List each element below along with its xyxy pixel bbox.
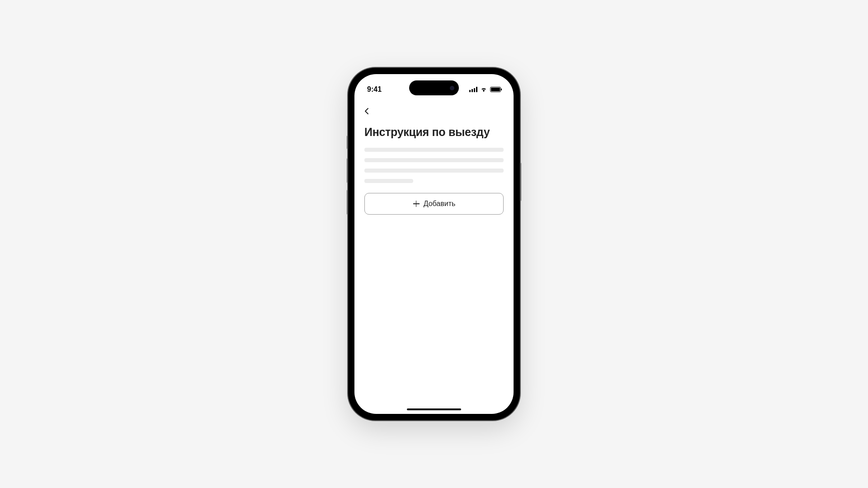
phone-volume-up — [347, 158, 348, 183]
phone-power-button — [520, 163, 521, 201]
plus-icon — [413, 200, 420, 207]
page-title: Инструкция по выезду — [364, 126, 504, 139]
dynamic-island — [409, 80, 459, 95]
chevron-left-icon — [364, 108, 369, 115]
placeholder-line — [364, 148, 504, 152]
status-time: 9:41 — [367, 85, 382, 94]
wifi-icon — [480, 87, 487, 92]
placeholder-line — [364, 169, 504, 173]
camera-dot — [450, 86, 454, 90]
home-indicator[interactable] — [407, 408, 461, 410]
phone-screen: 9:41 — [354, 74, 514, 414]
status-icons — [469, 87, 501, 92]
placeholder-line — [364, 158, 504, 162]
svg-point-0 — [483, 91, 484, 92]
phone-silent-switch — [347, 136, 348, 149]
phone-volume-down — [347, 190, 348, 215]
content-area: Инструкция по выезду Добавить — [354, 97, 514, 219]
battery-icon — [490, 87, 501, 92]
phone-frame: 9:41 — [348, 68, 520, 420]
back-button[interactable] — [364, 106, 375, 117]
add-button-label: Добавить — [424, 200, 456, 208]
placeholder-line — [364, 179, 413, 183]
placeholder-content — [364, 148, 504, 183]
add-button[interactable]: Добавить — [364, 193, 504, 215]
cellular-signal-icon — [469, 87, 477, 92]
nav-bar — [364, 101, 504, 126]
